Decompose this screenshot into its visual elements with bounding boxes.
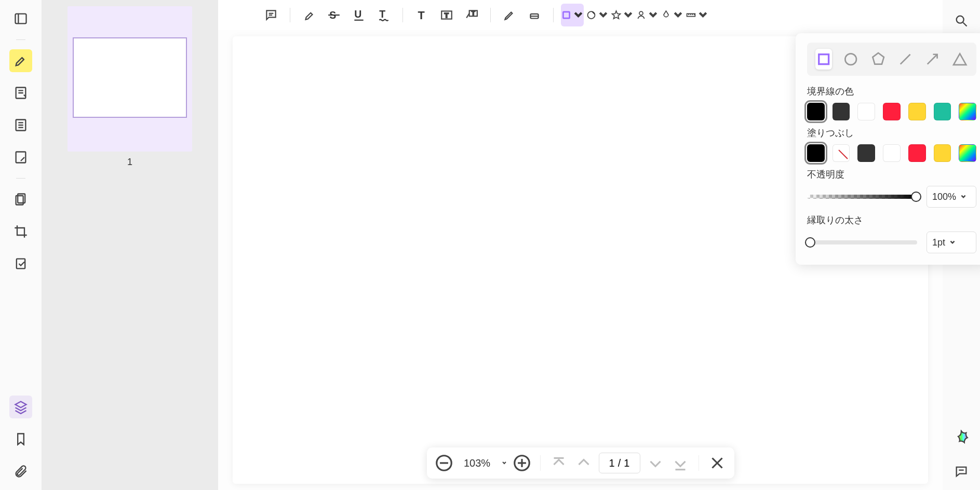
- separator: [402, 8, 403, 22]
- border-swatch-dark[interactable]: [833, 103, 850, 120]
- thumbnail-label: 1: [127, 157, 132, 168]
- fill-swatch-red[interactable]: [908, 144, 926, 162]
- border-swatch-white[interactable]: [857, 103, 875, 120]
- opacity-value: 100%: [932, 192, 956, 202]
- svg-text:T: T: [379, 8, 385, 20]
- app-logo-button[interactable]: [950, 426, 973, 448]
- strikethrough-button[interactable]: S: [323, 4, 345, 26]
- fill-swatch-white[interactable]: [883, 144, 901, 162]
- page-sep: /: [618, 457, 621, 469]
- crop-button[interactable]: [9, 220, 32, 243]
- highlighter-button[interactable]: [9, 49, 32, 72]
- form-tool-button[interactable]: [9, 114, 32, 137]
- shape-arrow[interactable]: [924, 49, 941, 70]
- search-button[interactable]: [950, 9, 973, 32]
- shape-line[interactable]: [897, 49, 914, 70]
- border-swatch-red[interactable]: [883, 103, 901, 120]
- border-swatch-black[interactable]: [807, 103, 825, 120]
- highlight-text-button[interactable]: [298, 4, 320, 26]
- panel-button[interactable]: [9, 7, 32, 30]
- squiggly-button[interactable]: T: [372, 4, 395, 26]
- close-navbar-button[interactable]: [707, 453, 727, 473]
- page-input[interactable]: 1 / 1: [599, 453, 640, 473]
- shape-button[interactable]: [561, 4, 584, 26]
- eraser-button[interactable]: [523, 4, 546, 26]
- signature-button[interactable]: [636, 4, 659, 26]
- svg-line-34: [901, 55, 910, 64]
- fill-swatch-yellow[interactable]: [934, 144, 951, 162]
- svg-text:T: T: [445, 11, 449, 19]
- separator: [290, 8, 290, 22]
- zoom-dropdown[interactable]: [502, 460, 507, 466]
- chat-button[interactable]: [950, 460, 973, 483]
- page-navbar: 103% 1 / 1: [427, 447, 734, 479]
- thumbnail-panel: 1: [42, 0, 218, 490]
- shape-polygon[interactable]: [870, 49, 887, 70]
- thickness-label: 縁取りの太さ: [807, 214, 976, 226]
- svg-rect-0: [16, 14, 26, 24]
- shape-type-row: [807, 43, 976, 76]
- border-swatch-teal[interactable]: [934, 103, 951, 120]
- shape-rect[interactable]: [815, 49, 832, 70]
- shape-popover: 境界線の色 塗りつぶし 不透明度 100%: [796, 33, 980, 265]
- thickness-select[interactable]: 1pt: [927, 232, 976, 253]
- svg-point-33: [845, 53, 857, 65]
- thickness-slider[interactable]: [807, 240, 917, 244]
- left-toolbar: [0, 0, 42, 490]
- fill-swatches: [807, 144, 976, 162]
- separator: [699, 455, 699, 471]
- svg-point-45: [957, 16, 964, 23]
- svg-line-35: [928, 55, 937, 64]
- separator: [540, 455, 541, 471]
- border-swatch-yellow[interactable]: [908, 103, 926, 120]
- underline-button[interactable]: U: [347, 4, 370, 26]
- last-page-button[interactable]: [670, 453, 690, 473]
- pages-button[interactable]: [9, 188, 32, 211]
- layers-button[interactable]: [9, 396, 32, 418]
- svg-text:T: T: [472, 10, 475, 16]
- main-area: S U T T T T: [218, 0, 943, 490]
- opacity-label: 不透明度: [807, 168, 976, 181]
- ink-button[interactable]: [661, 4, 683, 26]
- page-thumbnail[interactable]: [73, 37, 187, 118]
- opacity-slider[interactable]: [807, 195, 917, 199]
- shape-triangle[interactable]: [951, 49, 968, 70]
- svg-rect-10: [17, 259, 25, 269]
- border-color-label: 境界線の色: [807, 85, 976, 98]
- callout-button[interactable]: T: [460, 4, 483, 26]
- note-tool-button[interactable]: [9, 81, 32, 104]
- separator: [490, 8, 491, 22]
- thickness-value: 1pt: [932, 237, 945, 248]
- prev-page-button[interactable]: [574, 453, 594, 473]
- shape-circle[interactable]: [842, 49, 859, 70]
- zoom-out-button[interactable]: [434, 453, 454, 473]
- bookmark-button[interactable]: [9, 428, 32, 451]
- comment-button[interactable]: [260, 4, 283, 26]
- first-page-button[interactable]: [549, 453, 569, 473]
- star-stamp-button[interactable]: [611, 4, 634, 26]
- pen-button[interactable]: [498, 4, 521, 26]
- border-swatch-custom[interactable]: [959, 103, 976, 120]
- svg-line-46: [963, 23, 967, 26]
- fill-swatch-black[interactable]: [807, 144, 825, 162]
- attachment-button[interactable]: [9, 460, 32, 483]
- page-total: 1: [624, 457, 629, 469]
- extract-button[interactable]: [9, 252, 32, 275]
- fill-swatch-none[interactable]: [833, 144, 850, 162]
- separator: [16, 178, 25, 179]
- text-button[interactable]: T: [410, 4, 433, 26]
- opacity-select[interactable]: 100%: [927, 186, 976, 208]
- ruler-button[interactable]: [686, 4, 708, 26]
- separator: [16, 39, 25, 40]
- stamp-button[interactable]: [586, 4, 609, 26]
- top-toolbar: S U T T T T: [218, 0, 943, 30]
- next-page-button[interactable]: [646, 453, 665, 473]
- textbox-button[interactable]: T: [435, 4, 458, 26]
- fill-swatch-custom[interactable]: [959, 144, 976, 162]
- separator: [553, 8, 554, 22]
- fill-swatch-dark[interactable]: [857, 144, 875, 162]
- zoom-in-button[interactable]: [512, 453, 532, 473]
- thumbnail-wrapper[interactable]: [68, 6, 192, 152]
- edit-page-button[interactable]: [9, 146, 32, 169]
- svg-text:T: T: [418, 9, 424, 22]
